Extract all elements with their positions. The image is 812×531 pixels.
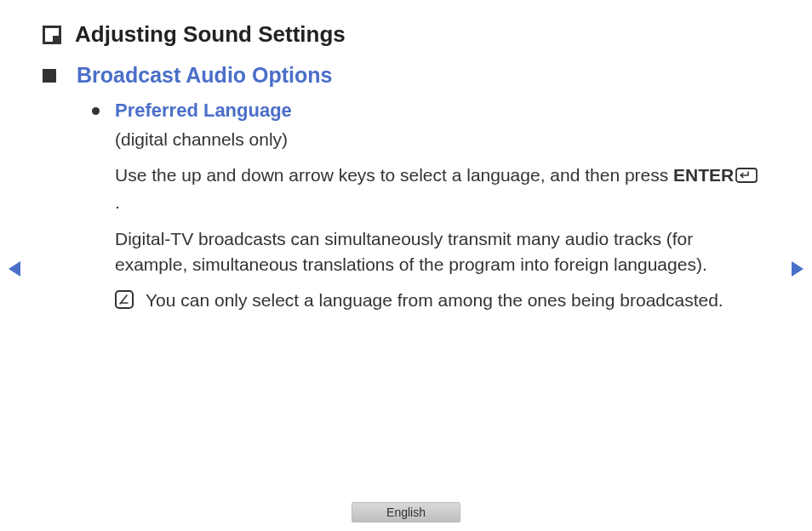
instruction-part1: Use the up and down arrow keys to select…: [115, 165, 673, 185]
language-indicator: English: [352, 502, 460, 522]
title-row: Adjusting Sound Settings: [43, 21, 761, 48]
description-text: Digital-TV broadcasts can simultaneously…: [115, 226, 761, 278]
nav-next-button[interactable]: [790, 260, 805, 282]
instruction-text: Use the up and down arrow keys to select…: [115, 163, 761, 215]
enter-label: ENTER: [673, 165, 734, 185]
svg-marker-1: [9, 261, 20, 277]
nav-prev-button[interactable]: [7, 260, 22, 282]
note-row: You can only select a language from amon…: [115, 288, 761, 313]
section-bullet-icon: [43, 69, 56, 83]
section-row: Broadcast Audio Options: [43, 63, 761, 88]
title-bullet-icon: [43, 26, 61, 44]
note-icon: [115, 290, 134, 309]
note-text: You can only select a language from amon…: [146, 288, 723, 313]
instruction-part2: .: [115, 192, 120, 212]
section-heading: Broadcast Audio Options: [77, 63, 332, 88]
page-content: Adjusting Sound Settings Broadcast Audio…: [0, 0, 812, 314]
enter-icon: [735, 164, 758, 190]
dot-bullet-icon: [92, 107, 100, 115]
subnote-text: (digital channels only): [115, 127, 761, 152]
subsection-row: Preferred Language: [92, 100, 761, 122]
subsection-heading: Preferred Language: [115, 100, 292, 122]
page-title: Adjusting Sound Settings: [75, 21, 346, 48]
svg-marker-2: [792, 261, 803, 277]
